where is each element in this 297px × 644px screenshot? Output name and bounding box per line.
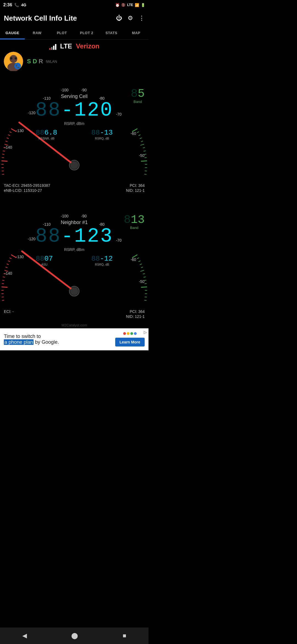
svg-text:-60: -60 (131, 257, 136, 262)
svg-line-11 (6, 141, 8, 142)
tab-stats[interactable]: STATS (99, 26, 124, 39)
serving-band-number: 85 (131, 88, 145, 100)
serving-nid: NID: 121-1 (126, 188, 145, 193)
tab-plot2[interactable]: PLOT 2 (74, 26, 99, 39)
svg-line-120 (2, 283, 4, 284)
neighbor-rsrp-label: RSRP, dBm (33, 247, 116, 252)
svg-line-83 (144, 174, 147, 174)
svg-line-92 (140, 144, 144, 145)
serving-pci: PCI: 364 (126, 183, 145, 188)
fi-dot-red (123, 332, 126, 335)
svg-line-121 (1, 287, 7, 287)
app-title: Network Cell Info Lite (4, 14, 116, 23)
svg-text:📞: 📞 (16, 64, 20, 68)
svg-text:-100: -100 (61, 214, 68, 218)
network-type: 4G (21, 3, 26, 7)
neighbor-cell-info-left: ECI: - (4, 309, 14, 319)
status-bar: 2:36 📞 4G ⏰ 📵 LTE 📶 🔋 (0, 0, 148, 10)
svg-line-89 (144, 154, 146, 154)
sdr-row: 📞 S D R IWLAN (0, 51, 148, 72)
neighbor-asu: 8807 ASU (36, 255, 53, 266)
neighbor-nid: NID: 121-1 (126, 314, 145, 319)
svg-line-191 (141, 287, 147, 287)
technology-label: LTE (60, 42, 72, 50)
tab-gauge[interactable]: GAUGE (0, 26, 25, 39)
serving-band-display: 85 Band (131, 88, 145, 104)
svg-line-114 (7, 264, 9, 265)
serving-rsrq: 88-13 RSRQ, dB (91, 129, 113, 140)
svg-line-113 (8, 261, 10, 261)
settings-button[interactable]: ⚙ (128, 15, 133, 22)
svg-line-16 (2, 157, 4, 158)
serving-cell-values: Serving Cell 88-120 RSRP, dBm 886.8 RSSN… (33, 94, 116, 140)
serving-rsrp-value: 88-120 (33, 100, 116, 120)
serving-rssnr-label: RSSNR, dB (36, 137, 57, 140)
neighbor-cell-info-right: PCI: 364 NID: 121-1 (126, 309, 145, 319)
serving-cell-info-right: PCI: 364 NID: 121-1 (126, 183, 145, 193)
fi-dot-blue (134, 332, 137, 335)
svg-line-84 (145, 171, 147, 171)
tab-raw[interactable]: RAW (25, 26, 50, 39)
neighbor-sub-values: 8807 ASU 88-12 RSRQ, dB (33, 255, 116, 266)
svg-text:-140: -140 (4, 271, 12, 275)
svg-line-10 (7, 138, 9, 139)
neighbor1-gauge: 813 Band -140 -130 -120 -110 -100 -90 -8… (0, 198, 148, 308)
neighbor-band-display: 813 Band (124, 214, 145, 230)
ad-text-block: Time to switch to a phone plan by Google… (4, 334, 112, 345)
ad-play-icon: ▷ (144, 330, 147, 334)
svg-line-88 (145, 157, 147, 158)
neighbor-rsrq: 88-12 RSRQ, dB (91, 255, 113, 266)
svg-text:-90: -90 (81, 214, 87, 218)
app-bar-icons: ⏻ ⚙ ⋮ (116, 15, 145, 22)
svg-line-95 (139, 135, 141, 135)
svg-line-119 (2, 280, 4, 280)
fi-dot-green (130, 332, 133, 335)
serving-cell-label: Serving Cell (33, 94, 116, 99)
tab-plot[interactable]: PLOT (50, 26, 74, 39)
iwlan-label: IWLAN (46, 59, 57, 64)
svg-line-194 (144, 277, 146, 277)
power-button[interactable]: ⏻ (116, 15, 122, 22)
sdr-r: R (39, 58, 43, 65)
svg-line-188 (145, 297, 147, 297)
svg-text:-60: -60 (131, 131, 136, 136)
battery-icon: 🔋 (141, 3, 145, 7)
svg-line-111 (11, 255, 16, 258)
serving-cell-gauge: 85 Band -140 -130 -120 -110 -100 -90 -80… (0, 72, 148, 182)
signal-bar-1 (49, 48, 51, 50)
neighbor-eci: ECI: - (4, 309, 14, 314)
alarm-icon: ⏰ (115, 3, 120, 7)
signal-bar-3 (53, 46, 54, 50)
serving-rsrq-label: RSRQ, dB (91, 137, 113, 140)
learn-more-button[interactable]: Learn More (115, 338, 145, 346)
carrier-label: Verizon (76, 42, 99, 50)
tab-map[interactable]: MAP (124, 26, 148, 39)
sdr-d: D (33, 58, 37, 65)
svg-line-93 (141, 141, 143, 142)
svg-line-91 (143, 148, 145, 148)
svg-text:-140: -140 (4, 145, 12, 149)
lte-label: LTE (127, 3, 133, 7)
neighbor-pci: PCI: 364 (126, 309, 145, 314)
svg-line-9 (8, 135, 10, 135)
svg-text:-90: -90 (81, 88, 87, 92)
svg-line-115 (6, 267, 8, 268)
serving-cell-info: TAC-ECI: 29455-29519387 eNB-LCID: 115310… (0, 182, 148, 195)
more-button[interactable]: ⋮ (139, 15, 145, 22)
tabs: GAUGE RAW PLOT PLOT 2 STATS MAP (0, 26, 148, 40)
phone-icon: 📞 (14, 3, 19, 7)
svg-line-20 (2, 171, 4, 171)
ad-sub-text: a phone plan by Google. (4, 339, 112, 345)
svg-point-3 (10, 57, 12, 59)
svg-line-125 (2, 300, 4, 301)
svg-line-96 (137, 132, 139, 133)
svg-text:-50: -50 (139, 279, 144, 284)
neighbor-rsrq-label: RSRQ, dB (91, 263, 113, 266)
svg-line-15 (2, 154, 4, 154)
svg-line-14 (3, 151, 5, 151)
neighbor-rsrp-value: 88-123 (33, 227, 116, 246)
call-icon: 📵 (121, 3, 125, 7)
status-right: ⏰ 📵 LTE 📶 🔋 (115, 3, 145, 7)
svg-line-198 (140, 264, 142, 265)
signal-header: LTE Verizon (0, 40, 148, 51)
